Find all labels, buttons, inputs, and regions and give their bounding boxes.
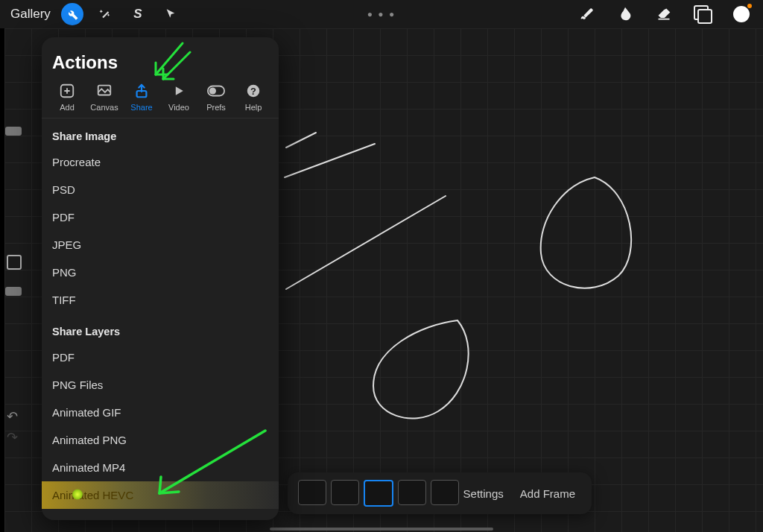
- modify-button[interactable]: [7, 255, 22, 270]
- brush-size-slider[interactable]: [5, 127, 22, 136]
- layers-button[interactable]: [694, 6, 711, 22]
- tab-video[interactable]: Video: [161, 82, 197, 112]
- tab-video-label: Video: [168, 103, 189, 112]
- opt-procreate[interactable]: Procreate: [42, 148, 279, 176]
- opt-png-files[interactable]: PNG Files: [42, 371, 279, 399]
- opt-animated-gif[interactable]: Animated GIF: [42, 399, 279, 426]
- actions-button[interactable]: [61, 3, 83, 25]
- frame-strip[interactable]: [288, 480, 459, 507]
- opt-animated-hevc-label: Animated HEVC: [52, 489, 133, 501]
- timeline-frame[interactable]: [364, 480, 393, 507]
- brush-icon: [578, 6, 595, 22]
- smudge-icon: [617, 6, 633, 22]
- wrench-icon: [66, 7, 79, 21]
- timeline-frame[interactable]: [298, 480, 326, 505]
- eraser-icon: [656, 7, 672, 22]
- home-indicator: [270, 528, 493, 531]
- tab-help[interactable]: ? Help: [235, 82, 271, 112]
- opt-tiff[interactable]: TIFF: [42, 286, 279, 314]
- share-layers-header: Share Layers: [42, 314, 279, 343]
- plus-icon: [58, 82, 76, 100]
- tab-prefs-label: Prefs: [206, 103, 226, 112]
- ellipsis-icon[interactable]: ● ● ●: [367, 9, 396, 19]
- undo-button[interactable]: ↶: [7, 408, 18, 425]
- canvas-icon: [95, 82, 113, 100]
- opacity-slider[interactable]: [5, 287, 22, 296]
- wand-icon: [98, 7, 112, 21]
- touch-indicator-icon: [72, 489, 83, 499]
- panel-title: Actions: [42, 37, 279, 82]
- gallery-link[interactable]: Gallery: [10, 7, 51, 22]
- actions-panel: Actions Add Canvas Share Video Prefs ? H…: [42, 37, 279, 520]
- share-icon: [133, 82, 151, 100]
- top-toolbar: Gallery S ● ● ●: [0, 0, 763, 28]
- actions-tab-row: Add Canvas Share Video Prefs ? Help: [42, 82, 279, 118]
- opt-animated-png[interactable]: Animated PNG: [42, 426, 279, 454]
- svg-text:?: ?: [250, 86, 256, 97]
- smudge-button[interactable]: [617, 6, 633, 22]
- s-icon: S: [133, 7, 142, 22]
- tab-share-label: Share: [130, 103, 152, 112]
- tab-prefs[interactable]: Prefs: [198, 82, 234, 112]
- opt-animated-hevc[interactable]: Animated HEVC: [42, 481, 279, 509]
- opt-jpeg[interactable]: JPEG: [42, 231, 279, 259]
- tab-share[interactable]: Share: [124, 82, 159, 112]
- svg-point-7: [209, 87, 216, 94]
- brush-button[interactable]: [578, 6, 595, 22]
- opt-animated-mp4[interactable]: Animated MP4: [42, 454, 279, 481]
- opt-psd[interactable]: PSD: [42, 176, 279, 203]
- layers-icon: [695, 7, 710, 22]
- timeline-frame[interactable]: [331, 480, 359, 505]
- tab-canvas[interactable]: Canvas: [86, 82, 122, 112]
- svg-line-2: [286, 196, 446, 289]
- help-icon: ?: [244, 82, 262, 100]
- share-image-header: Share Image: [42, 118, 279, 148]
- opt-pdf-image[interactable]: PDF: [42, 203, 279, 231]
- svg-line-0: [286, 133, 316, 148]
- tab-add-label: Add: [60, 103, 75, 112]
- transform-button[interactable]: [159, 3, 182, 25]
- redo-button[interactable]: ↷: [7, 429, 18, 446]
- timeline-frame[interactable]: [398, 480, 426, 505]
- opt-pdf-layers[interactable]: PDF: [42, 343, 279, 371]
- opt-png[interactable]: PNG: [42, 259, 279, 286]
- cursor-icon: [165, 8, 177, 20]
- timeline-settings-button[interactable]: Settings: [463, 487, 504, 500]
- tab-canvas-label: Canvas: [90, 103, 118, 112]
- adjustments-button[interactable]: [94, 3, 116, 25]
- play-icon: [170, 82, 188, 100]
- left-side-controls: ↶ ↷: [4, 45, 22, 517]
- selection-button[interactable]: S: [127, 3, 149, 25]
- toggle-icon: [207, 82, 225, 100]
- animation-timeline: Settings Add Frame: [288, 472, 592, 514]
- color-button[interactable]: [733, 6, 750, 22]
- timeline-add-frame-button[interactable]: Add Frame: [520, 487, 575, 500]
- tab-help-label: Help: [245, 103, 262, 112]
- svg-line-1: [285, 144, 375, 177]
- tab-add[interactable]: Add: [49, 82, 85, 112]
- timeline-frame[interactable]: [431, 480, 459, 505]
- eraser-button[interactable]: [656, 6, 672, 22]
